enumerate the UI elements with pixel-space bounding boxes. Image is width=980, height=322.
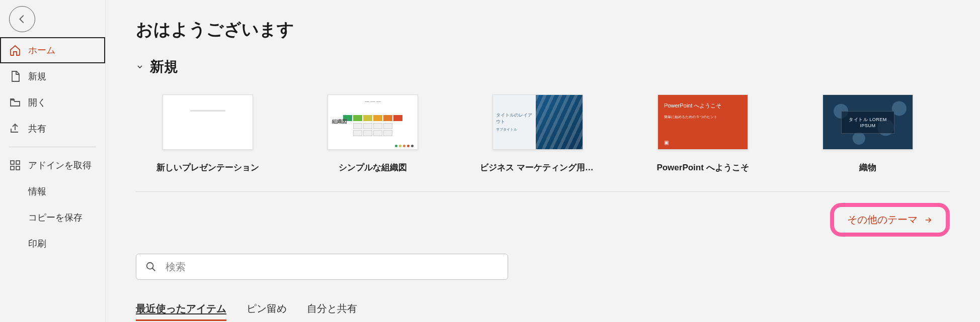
- sidebar-item-addins[interactable]: アドインを取得: [0, 152, 105, 178]
- tab-label: 最近使ったアイテム: [136, 303, 226, 314]
- arrow-right-icon: [924, 216, 933, 225]
- arrow-left-icon: [17, 14, 28, 25]
- svg-rect-3: [16, 166, 20, 170]
- tab-pinned[interactable]: ピン留め: [247, 302, 287, 321]
- tab-recent[interactable]: 最近使ったアイテム: [136, 302, 226, 321]
- addins-icon: [9, 159, 21, 171]
- content-area: おはようございます 新規 新しいプレゼンテーション — — — 組織図: [106, 0, 980, 322]
- tab-label: 自分と共有: [307, 303, 357, 314]
- chevron-down-icon: [136, 63, 144, 71]
- sidebar-item-label: アドインを取得: [28, 159, 92, 171]
- greeting-title: おはようございます: [136, 18, 950, 41]
- thumb-text: PowerPoint へようこそ: [664, 102, 742, 110]
- thumbnail: — — — 組織図: [328, 94, 418, 150]
- sidebar-item-label: 情報: [28, 186, 46, 196]
- divider: [9, 147, 96, 147]
- sidebar-item-share[interactable]: 共有: [0, 116, 105, 142]
- thumb-text: タイトルのレイアウト: [496, 112, 533, 125]
- thumbnail: PowerPoint へようこそ 簡単に始めるための 5 つのヒント ▣: [658, 94, 748, 150]
- sidebar-item-label: 新規: [28, 70, 46, 82]
- search-icon: [145, 261, 156, 272]
- file-tabs: 最近使ったアイテム ピン留め 自分と共有: [136, 302, 950, 321]
- share-icon: [9, 123, 21, 135]
- template-label: 織物: [810, 162, 926, 173]
- template-label: ビジネス マーケティング用ガラ…: [480, 162, 596, 173]
- template-org-chart[interactable]: — — — 組織図 シンプルな組織図: [315, 94, 431, 173]
- template-label: シンプルな組織図: [315, 162, 431, 173]
- more-themes-link[interactable]: その他のテーマ: [830, 203, 950, 237]
- sidebar-item-label: 印刷: [28, 239, 46, 249]
- thumb-text: 簡単に始めるための 5 つのヒント: [664, 115, 742, 120]
- sidebar-item-label: 開く: [28, 96, 46, 109]
- template-business-marketing[interactable]: タイトルのレイアウト サブタイトル ビジネス マーケティング用ガラ…: [480, 94, 596, 173]
- tab-label: ピン留め: [247, 303, 287, 314]
- thumbnail: [162, 94, 253, 150]
- thumbnail: タイトル LOREM IPSUM: [823, 94, 913, 150]
- thumb-text: サブタイトル: [496, 127, 533, 132]
- home-icon: [9, 44, 21, 56]
- templates-row: 新しいプレゼンテーション — — — 組織図 シンプルな組織図: [136, 94, 950, 192]
- template-blank[interactable]: 新しいプレゼンテーション: [150, 94, 266, 173]
- sidebar: ホーム 新規 開く 共有 アドインを取得: [0, 0, 106, 322]
- sidebar-item-save-copy[interactable]: コピーを保存: [0, 204, 105, 231]
- sidebar-item-home[interactable]: ホーム: [0, 37, 105, 63]
- more-themes-container: その他のテーマ: [136, 192, 950, 254]
- more-themes-label: その他のテーマ: [847, 213, 918, 227]
- sidebar-item-info[interactable]: 情報: [0, 178, 105, 204]
- svg-point-4: [147, 263, 153, 269]
- sidebar-item-print[interactable]: 印刷: [0, 231, 105, 257]
- powerpoint-icon: ▣: [664, 140, 669, 145]
- svg-rect-1: [16, 161, 20, 164]
- template-fabric[interactable]: タイトル LOREM IPSUM 織物: [810, 94, 926, 173]
- search-input[interactable]: [166, 261, 499, 273]
- thumb-text: タイトル LOREM: [849, 117, 887, 123]
- sidebar-item-label: 共有: [28, 123, 46, 135]
- svg-rect-2: [11, 166, 14, 170]
- new-section-toggle[interactable]: 新規: [136, 57, 950, 76]
- sidebar-item-label: ホーム: [28, 44, 55, 56]
- folder-open-icon: [9, 96, 21, 109]
- template-label: PowerPoint へようこそ: [645, 162, 761, 173]
- template-welcome[interactable]: PowerPoint へようこそ 簡単に始めるための 5 つのヒント ▣ Pow…: [645, 94, 761, 173]
- main-area: ホーム 新規 開く 共有 アドインを取得: [0, 0, 980, 322]
- svg-rect-0: [11, 161, 14, 164]
- thumb-text: IPSUM: [849, 123, 887, 128]
- tab-shared[interactable]: 自分と共有: [307, 302, 357, 321]
- back-button[interactable]: [9, 6, 35, 32]
- sidebar-item-new[interactable]: 新規: [0, 63, 105, 89]
- sidebar-item-open[interactable]: 開く: [0, 89, 105, 116]
- search-box[interactable]: [136, 254, 508, 280]
- sidebar-item-label: コピーを保存: [28, 212, 83, 223]
- section-title: 新規: [150, 57, 178, 76]
- new-file-icon: [9, 70, 21, 82]
- thumb-text: — — —: [365, 99, 381, 104]
- thumbnail: タイトルのレイアウト サブタイトル: [493, 94, 583, 150]
- template-label: 新しいプレゼンテーション: [150, 162, 266, 173]
- thumb-text: 組織図: [332, 118, 347, 125]
